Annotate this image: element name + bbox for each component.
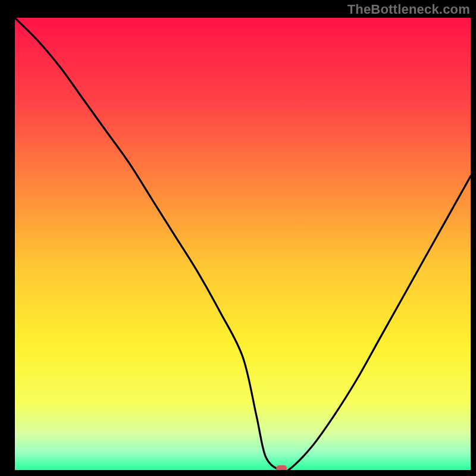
bottleneck-chart — [0, 0, 476, 476]
optimum-marker — [276, 465, 287, 471]
gradient-background — [15, 18, 471, 470]
chart-container: { "watermark": "TheBottleneck.com", "cha… — [0, 0, 476, 476]
watermark-text: TheBottleneck.com — [347, 2, 470, 17]
